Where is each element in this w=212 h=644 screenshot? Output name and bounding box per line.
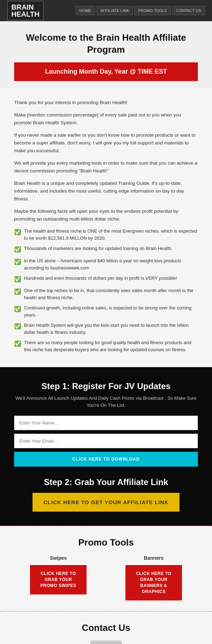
logo: BRAIN HEALTH <box>7 1 44 21</box>
content-section: Thank you for your interest in promoting… <box>0 88 212 367</box>
para-6: Maybe the following facts will open your… <box>14 207 198 223</box>
contact-section: Contact Us f FACEBOOK S SKYPE ✉ EMAIL <box>0 612 212 644</box>
banners-button[interactable]: CLICK HERE TO GRAB YOUR BANNERS & GRAPHI… <box>125 565 182 600</box>
check-icon-5: ✅ <box>14 287 21 296</box>
step1-subtext: We'll Announce All Launch Updates And Da… <box>14 395 198 409</box>
avatar-icon <box>90 640 122 644</box>
nav-contact[interactable]: CONTACT US <box>172 6 205 15</box>
launch-banner: Launching Month Day, Year @ TIME EST <box>14 62 198 81</box>
para-5: Brain Health is a unique and completely … <box>14 179 198 203</box>
check-icon-1: ✅ <box>14 228 21 236</box>
name-input[interactable] <box>14 416 198 430</box>
check-icon-7: ✅ <box>14 322 21 331</box>
checklist: ✅The health and fitness niche is ONE of … <box>14 228 198 353</box>
list-item: ✅Thousands of marketers are looking for … <box>14 245 198 254</box>
hero-section: Welcome to the Brain Health Affiliate Pr… <box>0 21 212 88</box>
email-input[interactable] <box>14 434 198 448</box>
list-item: ✅One of the top niches to be in, that co… <box>14 287 198 301</box>
promo-section: Promo Tools Swipes CLICK HERE TO GRAB YO… <box>0 526 212 611</box>
list-item: ✅The health and fitness niche is ONE of … <box>14 228 198 241</box>
check-icon-6: ✅ <box>14 305 21 313</box>
logo-line2: HEALTH <box>11 11 40 18</box>
list-item: ✅Hundreds and even thousands of dollars … <box>14 275 198 284</box>
navbar: BRAIN HEALTH HOME AFFILIATE LINK PROMO T… <box>0 0 212 21</box>
promo-columns: Swipes CLICK HERE TO GRAB YOUR PROMO SWI… <box>14 555 198 600</box>
para-4: We will provide you every marketing tool… <box>14 159 198 175</box>
para-2: Make [mention commission percentage] of … <box>14 111 198 126</box>
list-item: ✅Brain Health System will give you the k… <box>14 322 198 336</box>
banners-label: Banners <box>110 555 198 561</box>
para-3: If you never made a sale earlier or you … <box>14 131 198 154</box>
check-icon-3: ✅ <box>14 258 21 266</box>
list-item: ✅There are so many people looking for go… <box>14 339 198 353</box>
hero-title: Welcome to the Brain Health Affiliate Pr… <box>14 32 198 56</box>
nav-home[interactable]: HOME <box>76 6 95 15</box>
check-icon-4: ✅ <box>14 275 21 284</box>
nav-promo[interactable]: PROMO TOOLS <box>134 6 171 15</box>
promo-heading: Promo Tools <box>14 537 198 548</box>
affiliate-link-button[interactable]: CLICK HERE TO GET YOUR AFFILIATE LINK <box>33 493 179 512</box>
check-icon-2: ✅ <box>14 245 21 254</box>
download-button[interactable]: CLICK HERE TO DOWNLOAD <box>14 452 198 467</box>
nav-links: HOME AFFILIATE LINK PROMO TOOLS CONTACT … <box>76 6 205 15</box>
dark-section: Step 1: Register For JV Updates We'll An… <box>0 367 212 526</box>
swipes-button[interactable]: CLICK HERE TO GRAB YOUR PROMO SWIPES <box>30 565 87 594</box>
nav-affiliate[interactable]: AFFILIATE LINK <box>96 6 133 15</box>
check-icon-8: ✅ <box>14 340 21 348</box>
avatar <box>90 640 122 644</box>
banners-col: Banners CLICK HERE TO GRAB YOUR BANNERS … <box>110 555 198 600</box>
svg-rect-0 <box>90 640 122 644</box>
para-1: Thank you for your interest in promoting… <box>14 99 198 107</box>
list-item: ✅Continued growth, including online sale… <box>14 304 198 318</box>
contact-heading: Contact Us <box>14 622 198 633</box>
logo-line1: BRAIN <box>11 4 40 11</box>
step2-heading: Step 2: Grab Your Affiliate Link <box>14 477 198 487</box>
swipes-col: Swipes CLICK HERE TO GRAB YOUR PROMO SWI… <box>14 555 102 600</box>
list-item: ✅In the US alone – Americans spend $40 b… <box>14 257 198 271</box>
step1-heading: Step 1: Register For JV Updates <box>14 381 198 391</box>
swipes-label: Swipes <box>14 555 102 561</box>
